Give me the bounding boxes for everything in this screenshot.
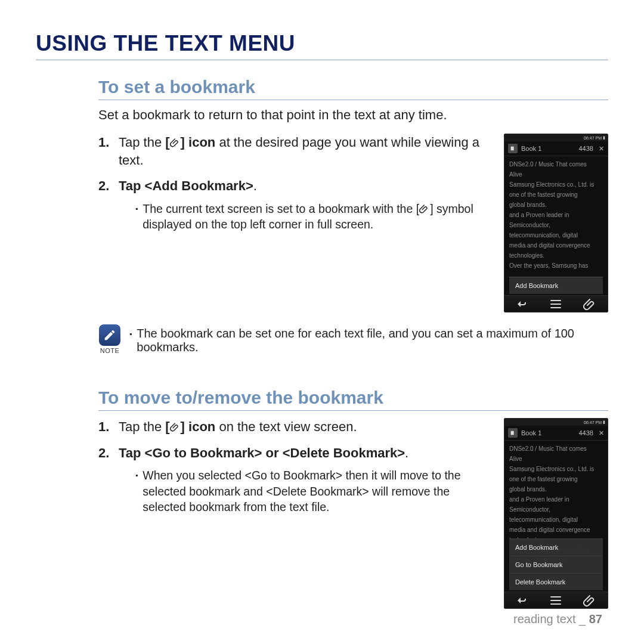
bullet-marker: ▪ xyxy=(135,201,138,233)
phone-body-line: global brands. xyxy=(509,200,603,209)
status-time: 06:47 PM xyxy=(584,136,602,140)
phone-body-line: one of the fastest growing xyxy=(509,475,603,484)
phone-body-text: DNSe2.0 / Music That comesAliveSamsung E… xyxy=(504,156,608,273)
text: When you selected <Go to Bookmark> then … xyxy=(143,467,491,515)
note-block: NOTE ▪ The bookmark can be set one for e… xyxy=(98,324,608,354)
phone-body-line: DNSe2.0 / Music That comes xyxy=(509,444,603,453)
phone-body-line: media and digital convergence xyxy=(509,241,603,250)
text-bold: ] icon xyxy=(181,135,216,150)
book-icon xyxy=(508,428,518,438)
phone-body-line: Semiconductor, xyxy=(509,221,603,230)
phone-counter: 4438 xyxy=(578,145,593,152)
text: Tap xyxy=(119,445,145,460)
step-number: 2. xyxy=(98,444,113,519)
phone-body-line: and a Proven leader in xyxy=(509,210,603,219)
phone-statusbar: 06:47 PM ▮ xyxy=(504,134,608,141)
step-number: 2. xyxy=(98,177,113,236)
bullet-marker: ▪ xyxy=(135,467,138,515)
footer-section: reading text xyxy=(513,612,576,626)
menu-icon xyxy=(549,596,563,605)
paperclip-icon xyxy=(583,596,597,605)
paperclip-icon xyxy=(583,299,597,309)
note-badge: NOTE xyxy=(98,324,121,354)
phone-title: Book 1 xyxy=(521,145,541,152)
paperclip-icon xyxy=(419,202,430,213)
menu-icon xyxy=(549,299,563,309)
phone-body-line: Semiconductor, xyxy=(509,505,603,514)
note-label: NOTE xyxy=(98,347,121,354)
phone-screenshot-2: 06:47 PM ▮ Book 1 4438 ✕ DNSe2.0 / Music… xyxy=(504,418,608,609)
phone-body-line: Samsung Electronics co., Ltd. is xyxy=(509,465,603,473)
phone-screenshot-1: 06:47 PM ▮ Book 1 4438 ✕ DNSe2.0 / Music… xyxy=(504,134,608,312)
section2-step-1: 1. Tap the [] icon on the text view scre… xyxy=(98,418,491,436)
paperclip-icon xyxy=(170,419,181,430)
phone-body-line: Samsung Electronics co., Ltd. is xyxy=(509,180,603,189)
phone-header: Book 1 4438 ✕ xyxy=(504,426,608,441)
phone-navbar xyxy=(504,592,608,608)
status-time: 06:47 PM xyxy=(584,420,602,425)
text-bold: <Add Bookmark> xyxy=(145,178,253,193)
note-icon xyxy=(99,324,120,346)
text: Tap the xyxy=(119,135,165,150)
text: on the text view screen. xyxy=(215,419,357,434)
section1-step-2: 2. Tap <Add Bookmark>. ▪ The current tex… xyxy=(98,177,491,236)
page-footer: reading text _ 87 xyxy=(513,612,602,626)
section1-steps: 1. Tap the [] icon at the desired page y… xyxy=(98,134,491,244)
text-bold: [ xyxy=(165,419,169,434)
phone-statusbar: 06:47 PM ▮ xyxy=(504,419,608,426)
phone-body-line: Alive xyxy=(509,454,603,463)
bullet: ▪ When you selected <Go to Bookmark> the… xyxy=(135,467,491,515)
phone-body-line: one of the fastest growing xyxy=(509,190,603,199)
phone-body-line: media and digital convergence xyxy=(509,525,603,534)
back-icon xyxy=(515,596,529,605)
text-bold: <Go to Bookmark> or <Delete Bookmark> xyxy=(145,445,405,460)
text: Tap xyxy=(119,178,145,193)
bullet: ▪ The current text screen is set to a bo… xyxy=(135,201,491,233)
section2-steps: 1. Tap the [] icon on the text view scre… xyxy=(98,418,491,527)
phone-counter: 4438 xyxy=(578,429,593,436)
page-title: USING THE TEXT MENU xyxy=(36,31,608,60)
phone-body-line: telecommunication, digital xyxy=(509,231,603,240)
phone-body-line: global brands. xyxy=(509,485,603,494)
section1-title: To set a bookmark xyxy=(98,77,608,100)
phone-body-line: telecommunication, digital xyxy=(509,515,603,524)
text: The current text screen is set to a book… xyxy=(143,202,419,215)
bullet-marker: ▪ xyxy=(129,327,132,354)
text-bold: [ xyxy=(165,135,169,150)
footer-sep: _ xyxy=(579,612,586,626)
phone-body-line: DNSe2.0 / Music That comes xyxy=(509,160,603,169)
note-text: The bookmark can be set one for each tex… xyxy=(137,327,608,354)
phone-header: Book 1 4438 ✕ xyxy=(504,141,608,156)
text: . xyxy=(253,178,257,193)
page-number: 87 xyxy=(589,612,602,626)
step-number: 1. xyxy=(98,134,113,169)
phone-body-line: and a Proven leader in xyxy=(509,495,603,504)
phone-navbar xyxy=(504,295,608,312)
section2-step-2: 2. Tap <Go to Bookmark> or <Delete Bookm… xyxy=(98,444,491,519)
phone-title: Book 1 xyxy=(521,429,541,436)
section1-intro: Set a bookmark to return to that point i… xyxy=(98,107,608,123)
menu-item-add-bookmark: Add Bookmark xyxy=(509,539,603,556)
back-icon xyxy=(515,299,529,309)
paperclip-icon xyxy=(170,135,181,145)
text: . xyxy=(405,445,408,460)
phone-body-line: Alive xyxy=(509,170,603,179)
text-bold: ] icon xyxy=(181,419,216,434)
text: Tap the xyxy=(119,419,165,434)
book-icon xyxy=(508,144,518,153)
section1-step-1: 1. Tap the [] icon at the desired page y… xyxy=(98,134,491,169)
step-number: 1. xyxy=(98,418,113,436)
section2-title: To move to/remove the bookmark xyxy=(98,388,608,411)
